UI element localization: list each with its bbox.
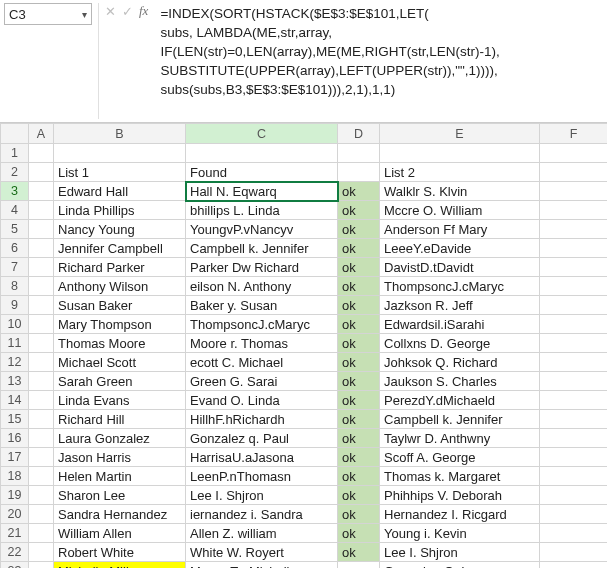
cell-D10[interactable]: ok: [338, 315, 380, 334]
cell-B10[interactable]: Mary Thompson: [54, 315, 186, 334]
cell-C14[interactable]: Evand O. Linda: [186, 391, 338, 410]
cell-A2[interactable]: [29, 163, 54, 182]
cell-B19[interactable]: Sharon Lee: [54, 486, 186, 505]
cell-A6[interactable]: [29, 239, 54, 258]
cell-D18[interactable]: ok: [338, 467, 380, 486]
row-header[interactable]: 16: [1, 429, 29, 448]
cell-D15[interactable]: ok: [338, 410, 380, 429]
cell-F6[interactable]: [540, 239, 608, 258]
cell-A22[interactable]: [29, 543, 54, 562]
cell-B21[interactable]: William Allen: [54, 524, 186, 543]
cell-D16[interactable]: ok: [338, 429, 380, 448]
cell-B14[interactable]: Linda Evans: [54, 391, 186, 410]
cell-D20[interactable]: ok: [338, 505, 380, 524]
row-header[interactable]: 19: [1, 486, 29, 505]
cell-C12[interactable]: ecott C. Michael: [186, 353, 338, 372]
col-header-B[interactable]: B: [54, 124, 186, 144]
cell-A4[interactable]: [29, 201, 54, 220]
cell-C15[interactable]: HillhF.hRichardh: [186, 410, 338, 429]
cell-B6[interactable]: Jennifer Campbell: [54, 239, 186, 258]
cell-A18[interactable]: [29, 467, 54, 486]
row-header[interactable]: 12: [1, 353, 29, 372]
cell-A23[interactable]: [29, 562, 54, 569]
cell-E7[interactable]: DavistD.tDavidt: [380, 258, 540, 277]
cell-F22[interactable]: [540, 543, 608, 562]
cell-A1[interactable]: [29, 144, 54, 163]
row-header[interactable]: 9: [1, 296, 29, 315]
cell-E11[interactable]: Collxns D. George: [380, 334, 540, 353]
cell-F13[interactable]: [540, 372, 608, 391]
row-header[interactable]: 15: [1, 410, 29, 429]
row-header[interactable]: 10: [1, 315, 29, 334]
cell-E14[interactable]: PerezdY.dMichaeld: [380, 391, 540, 410]
cell-D23[interactable]: [338, 562, 380, 569]
cell-E23[interactable]: Gonqaleq Q. Laura: [380, 562, 540, 569]
cell-E9[interactable]: Jazkson R. Jeff: [380, 296, 540, 315]
row-header[interactable]: 6: [1, 239, 29, 258]
cell-D1[interactable]: [338, 144, 380, 163]
cell-C5[interactable]: YoungvP.vNancyv: [186, 220, 338, 239]
cell-B22[interactable]: Robert White: [54, 543, 186, 562]
cell-D5[interactable]: ok: [338, 220, 380, 239]
chevron-down-icon[interactable]: ▾: [82, 9, 87, 20]
cell-B12[interactable]: Michael Scott: [54, 353, 186, 372]
cell-B4[interactable]: Linda Phillips: [54, 201, 186, 220]
formula-input[interactable]: =INDEX(SORT(HSTACK($E$3:$E$101,LET( subs…: [154, 0, 607, 99]
cell-D17[interactable]: ok: [338, 448, 380, 467]
cell-F1[interactable]: [540, 144, 608, 163]
cell-C2[interactable]: Found: [186, 163, 338, 182]
cell-C21[interactable]: Allen Z. william: [186, 524, 338, 543]
cell-A21[interactable]: [29, 524, 54, 543]
row-header[interactable]: 14: [1, 391, 29, 410]
cell-A9[interactable]: [29, 296, 54, 315]
cell-D7[interactable]: ok: [338, 258, 380, 277]
cell-C7[interactable]: Parker Dw Richard: [186, 258, 338, 277]
cell-B5[interactable]: Nancy Young: [54, 220, 186, 239]
row-header[interactable]: 7: [1, 258, 29, 277]
cell-B2[interactable]: List 1: [54, 163, 186, 182]
cell-D4[interactable]: ok: [338, 201, 380, 220]
row-header[interactable]: 11: [1, 334, 29, 353]
cell-E2[interactable]: List 2: [380, 163, 540, 182]
cell-E1[interactable]: [380, 144, 540, 163]
cell-F4[interactable]: [540, 201, 608, 220]
cell-B7[interactable]: Richard Parker: [54, 258, 186, 277]
cell-C16[interactable]: Gonzalez q. Paul: [186, 429, 338, 448]
cell-E18[interactable]: Thomas k. Margaret: [380, 467, 540, 486]
cell-F11[interactable]: [540, 334, 608, 353]
cell-F9[interactable]: [540, 296, 608, 315]
cell-C18[interactable]: LeenP.nThomasn: [186, 467, 338, 486]
cell-B1[interactable]: [54, 144, 186, 163]
cell-D12[interactable]: ok: [338, 353, 380, 372]
cell-C6[interactable]: Campbell k. Jennifer: [186, 239, 338, 258]
cell-A10[interactable]: [29, 315, 54, 334]
cell-E16[interactable]: Taylwr D. Anthwny: [380, 429, 540, 448]
cell-F2[interactable]: [540, 163, 608, 182]
cell-D14[interactable]: ok: [338, 391, 380, 410]
cell-C11[interactable]: Moore r. Thomas: [186, 334, 338, 353]
cell-F16[interactable]: [540, 429, 608, 448]
cell-E3[interactable]: Walklr S. Klvin: [380, 182, 540, 201]
cell-B8[interactable]: Anthony Wilson: [54, 277, 186, 296]
cell-A7[interactable]: [29, 258, 54, 277]
cell-F3[interactable]: [540, 182, 608, 201]
cell-A5[interactable]: [29, 220, 54, 239]
cell-C23[interactable]: Moore Tp Michelle: [186, 562, 338, 569]
row-header[interactable]: 3: [1, 182, 29, 201]
cell-A20[interactable]: [29, 505, 54, 524]
accept-icon[interactable]: ✓: [122, 4, 133, 19]
cell-D9[interactable]: ok: [338, 296, 380, 315]
cell-E13[interactable]: Jaukson S. Charles: [380, 372, 540, 391]
col-header-D[interactable]: D: [338, 124, 380, 144]
cell-D3[interactable]: ok: [338, 182, 380, 201]
cell-E21[interactable]: Young i. Kevin: [380, 524, 540, 543]
cell-A19[interactable]: [29, 486, 54, 505]
cell-E10[interactable]: Edwardsil.iSarahi: [380, 315, 540, 334]
cell-A14[interactable]: [29, 391, 54, 410]
cell-D11[interactable]: ok: [338, 334, 380, 353]
cell-A3[interactable]: [29, 182, 54, 201]
cell-D19[interactable]: ok: [338, 486, 380, 505]
col-header-E[interactable]: E: [380, 124, 540, 144]
cell-B23[interactable]: Michelle Miller: [54, 562, 186, 569]
cell-E19[interactable]: Phihhips V. Deborah: [380, 486, 540, 505]
